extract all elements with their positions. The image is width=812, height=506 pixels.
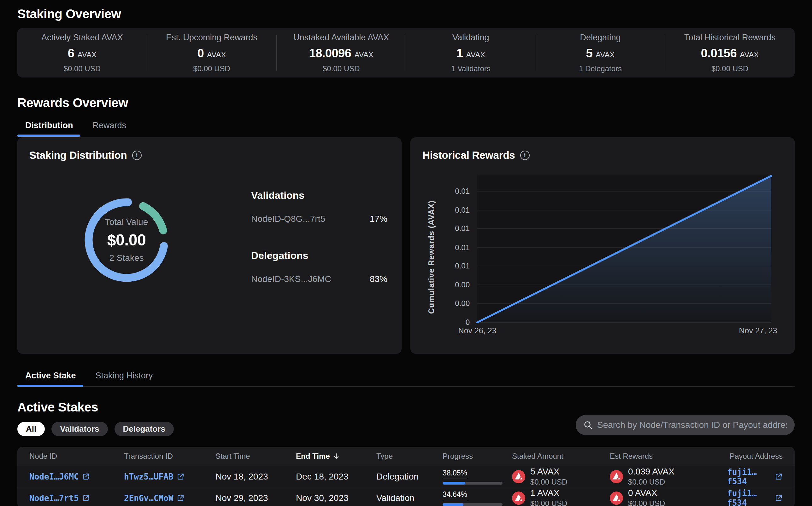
stat-value: 6 xyxy=(68,47,74,60)
stat-total-historical-rewards: Total Historical Rewards 0.0156 AVAX $0.… xyxy=(665,28,795,78)
end-time: Dec 18, 2023 xyxy=(296,472,376,482)
stat-unit: AVAX xyxy=(207,51,226,59)
search-input[interactable] xyxy=(597,420,787,430)
stat-label: Validating xyxy=(452,33,489,43)
staking-distribution-card: Staking Distribution i Total Value $0.00… xyxy=(17,137,402,354)
stat-value: 5 xyxy=(586,47,593,60)
stat-unit: AVAX xyxy=(596,51,614,59)
avax-token-icon xyxy=(512,492,525,505)
avax-token-icon xyxy=(610,492,623,505)
payout-address-link[interactable]: fuji1…f534 xyxy=(727,467,783,486)
col-transaction-id: Transaction ID xyxy=(124,452,215,460)
est-rewards: 0.039 AVAX xyxy=(628,467,674,477)
col-node-id: Node ID xyxy=(29,452,124,460)
tab-active-stake[interactable]: Active Stake xyxy=(17,371,84,386)
stat-unit: AVAX xyxy=(466,51,485,59)
card-title: Historical Rewards xyxy=(422,149,515,161)
stat-label: Unstaked Available AVAX xyxy=(293,33,389,43)
progress-cell: 38.05% xyxy=(443,469,512,485)
stat-value: 0 xyxy=(197,47,204,60)
y-tick: 0.01 xyxy=(455,206,470,214)
external-link-icon[interactable] xyxy=(82,473,90,481)
external-link-icon[interactable] xyxy=(775,494,783,502)
sort-desc-icon xyxy=(333,452,340,460)
progress-percent[interactable]: 34.64% xyxy=(443,490,467,500)
delegations-heading: Delegations xyxy=(251,250,387,261)
filter-all[interactable]: All xyxy=(17,422,45,436)
col-end-time-sort[interactable]: End Time xyxy=(296,452,376,460)
y-tick: 0.01 xyxy=(455,243,470,252)
info-icon[interactable]: i xyxy=(132,151,142,160)
search-icon xyxy=(583,420,593,430)
progress-bar-fill xyxy=(443,482,465,485)
est-rewards-usd: $0.00 USD xyxy=(628,499,665,506)
x-axis-end-label: Nov 27, 23 xyxy=(739,326,777,335)
active-stakes-title: Active Stakes xyxy=(17,400,174,414)
stake-search[interactable] xyxy=(576,415,795,435)
end-time: Nov 30, 2023 xyxy=(296,493,376,503)
transaction-id-link[interactable]: hTwz5…UFAB xyxy=(124,472,215,482)
validations-heading: Validations xyxy=(251,190,387,201)
y-tick: 0.01 xyxy=(455,224,470,233)
filter-delegators[interactable]: Delegators xyxy=(115,422,174,436)
card-title: Staking Distribution xyxy=(29,149,127,161)
external-link-icon[interactable] xyxy=(177,473,185,481)
stat-validating: Validating 1 AVAX 1 Validators xyxy=(406,28,536,78)
progress-percent[interactable]: 38.05% xyxy=(443,469,467,479)
transaction-id-text: 2EnGv…CMoW xyxy=(124,493,174,503)
historical-rewards-chart: 0.01 0.01 0.01 0.01 0.01 0.00 0.00 0 Cum… xyxy=(410,169,795,345)
node-id-link[interactable]: NodeI…7rt5 xyxy=(29,493,124,503)
est-rewards-usd: $0.00 USD xyxy=(628,478,674,487)
external-link-icon[interactable] xyxy=(775,473,783,481)
transaction-id-link[interactable]: 2EnGv…CMoW xyxy=(124,493,215,503)
stat-unstaked-available: Unstaked Available AVAX 18.0096 AVAX $0.… xyxy=(276,28,406,78)
stat-unit: AVAX xyxy=(354,51,373,59)
stake-type: Validation xyxy=(376,493,443,503)
node-id-link[interactable]: NodeI…J6MC xyxy=(29,472,124,482)
col-staked-amount: Staked Amount xyxy=(512,452,610,460)
stake-filters: All Validators Delegators xyxy=(17,422,174,436)
payout-address-text: fuji1…f534 xyxy=(727,489,771,506)
stat-label: Total Historical Rewards xyxy=(684,33,776,43)
donut-total-label: Total Value xyxy=(105,217,148,227)
stat-value: 0.0156 xyxy=(701,47,737,60)
tab-distribution[interactable]: Distribution xyxy=(17,121,81,137)
payout-address-text: fuji1…f534 xyxy=(727,467,771,486)
col-est-rewards: Est Rewards xyxy=(610,452,727,460)
stat-unit: AVAX xyxy=(740,51,759,59)
rewards-overview-tabs: Distribution Rewards xyxy=(17,121,795,137)
tab-rewards[interactable]: Rewards xyxy=(84,121,134,137)
tab-staking-history[interactable]: Staking History xyxy=(88,371,161,386)
stat-sub: $0.00 USD xyxy=(323,64,360,73)
stat-actively-staked: Actively Staked AVAX 6 AVAX $0.00 USD xyxy=(17,28,147,78)
external-link-icon[interactable] xyxy=(82,494,90,502)
stat-label: Actively Staked AVAX xyxy=(41,33,123,43)
stat-sub: $0.00 USD xyxy=(712,64,748,73)
payout-address-link[interactable]: fuji1…f534 xyxy=(727,489,783,506)
external-link-icon[interactable] xyxy=(177,494,185,502)
filter-validators[interactable]: Validators xyxy=(52,422,108,436)
tab-label: Distribution xyxy=(25,121,73,130)
stake-type: Delegation xyxy=(376,472,443,482)
y-tick: 0 xyxy=(466,318,470,326)
page-title: Staking Overview xyxy=(17,0,795,21)
y-tick: 0.00 xyxy=(455,280,470,289)
info-icon[interactable]: i xyxy=(520,151,530,160)
donut-stakes-count: 2 Stakes xyxy=(110,253,144,263)
active-tab-underline xyxy=(17,135,80,137)
node-id-text: NodeI…7rt5 xyxy=(29,493,79,503)
est-rewards: 0 AVAX xyxy=(628,488,665,498)
validation-percent: 17% xyxy=(370,214,387,224)
stat-unit: AVAX xyxy=(77,51,96,59)
staked-usd: $0.00 USD xyxy=(530,478,567,487)
rewards-overview-title: Rewards Overview xyxy=(17,96,795,110)
historical-rewards-card: Historical Rewards i xyxy=(410,137,795,354)
delegation-node-id: NodeID-3KS...J6MC xyxy=(251,274,331,284)
staked-amount: 1 AVAX xyxy=(530,488,567,498)
active-tab-underline xyxy=(17,385,83,387)
staked-amount-cell: 1 AVAX $0.00 USD xyxy=(512,488,610,506)
x-axis-start-label: Nov 26, 23 xyxy=(458,326,496,335)
col-label: End Time xyxy=(296,452,330,460)
stat-value: 1 xyxy=(457,47,463,60)
est-rewards-cell: 0 AVAX $0.00 USD xyxy=(610,488,727,506)
